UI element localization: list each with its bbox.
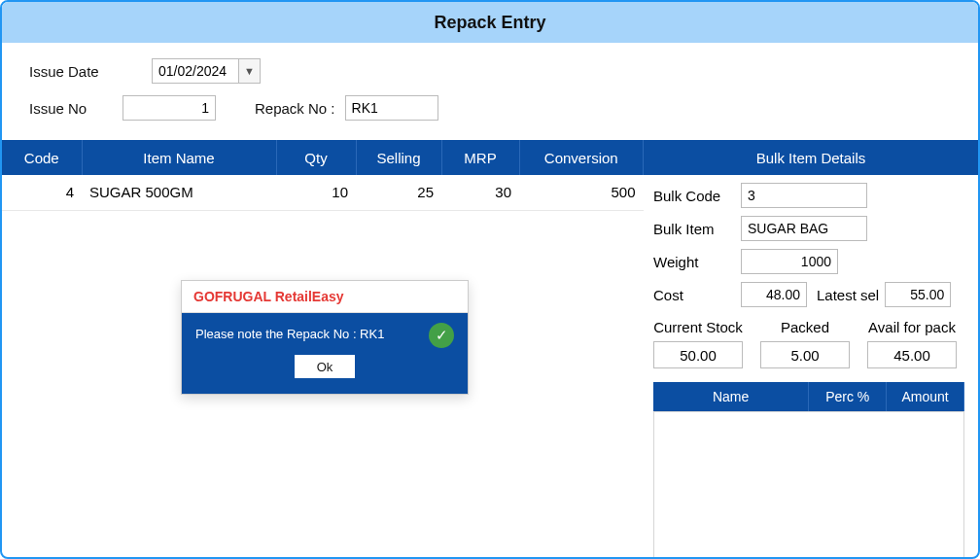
cell-conversion: 500	[519, 175, 644, 210]
page-title: Repack Entry	[2, 2, 978, 43]
col-amount: Amount	[887, 382, 964, 411]
current-stock-label: Current Stock	[653, 319, 743, 335]
table-row[interactable]: 4 SUGAR 500GM 10 25 30 500	[2, 175, 644, 210]
repack-no-label: Repack No :	[255, 100, 335, 117]
bulk-header: Bulk Item Details	[644, 140, 978, 175]
col-mrp: MRP	[441, 140, 519, 175]
items-table: Code Item Name Qty Selling MRP Conversio…	[2, 140, 644, 211]
packed-input[interactable]	[760, 341, 850, 368]
cell-code: 4	[2, 175, 82, 210]
issue-date-label: Issue Date	[29, 63, 122, 80]
packed-label: Packed	[781, 319, 829, 335]
allocation-body	[653, 411, 964, 559]
bulk-code-label: Bulk Code	[653, 188, 741, 204]
cost-input[interactable]	[741, 282, 807, 307]
cost-label: Cost	[653, 287, 741, 303]
bulk-item-input[interactable]	[741, 216, 867, 241]
col-item-name: Item Name	[82, 140, 276, 175]
dialog-message: Please note the Repack No : RK1	[195, 327, 454, 341]
avail-input[interactable]	[867, 341, 957, 368]
latest-sel-label: Latest sel	[817, 287, 879, 303]
col-name: Name	[653, 382, 809, 411]
latest-sel-input[interactable]	[885, 282, 951, 307]
check-icon: ✓	[429, 323, 454, 348]
issue-no-label: Issue No	[29, 100, 122, 117]
info-dialog: GOFRUGAL RetailEasy Please note the Repa…	[181, 280, 469, 395]
cell-qty: 10	[276, 175, 356, 210]
repack-no-input[interactable]	[345, 95, 438, 121]
dialog-title: GOFRUGAL RetailEasy	[182, 281, 468, 313]
weight-input[interactable]	[741, 249, 838, 274]
bulk-item-label: Bulk Item	[653, 221, 741, 237]
issue-date-input[interactable]	[153, 59, 238, 83]
issue-date-combo[interactable]: ▼	[152, 58, 261, 84]
bulk-code-input[interactable]	[741, 183, 867, 208]
cell-item-name: SUGAR 500GM	[82, 175, 276, 210]
avail-label: Avail for pack	[868, 319, 956, 335]
allocation-table: Name Perc % Amount	[653, 382, 964, 411]
bulk-details-panel: Bulk Item Details Bulk Code Bulk Item We…	[644, 140, 978, 559]
col-selling: Selling	[356, 140, 441, 175]
current-stock-input[interactable]	[653, 341, 743, 368]
col-qty: Qty	[276, 140, 356, 175]
issue-no-input[interactable]	[122, 95, 216, 121]
form-area: Issue Date ▼ Issue No Repack No :	[2, 43, 978, 140]
cell-mrp: 30	[441, 175, 519, 210]
cell-selling: 25	[356, 175, 441, 210]
col-conversion: Conversion	[519, 140, 644, 175]
chevron-down-icon[interactable]: ▼	[238, 59, 260, 83]
col-code: Code	[2, 140, 82, 175]
col-perc: Perc %	[809, 382, 887, 411]
ok-button[interactable]: Ok	[295, 355, 355, 378]
weight-label: Weight	[653, 254, 741, 270]
